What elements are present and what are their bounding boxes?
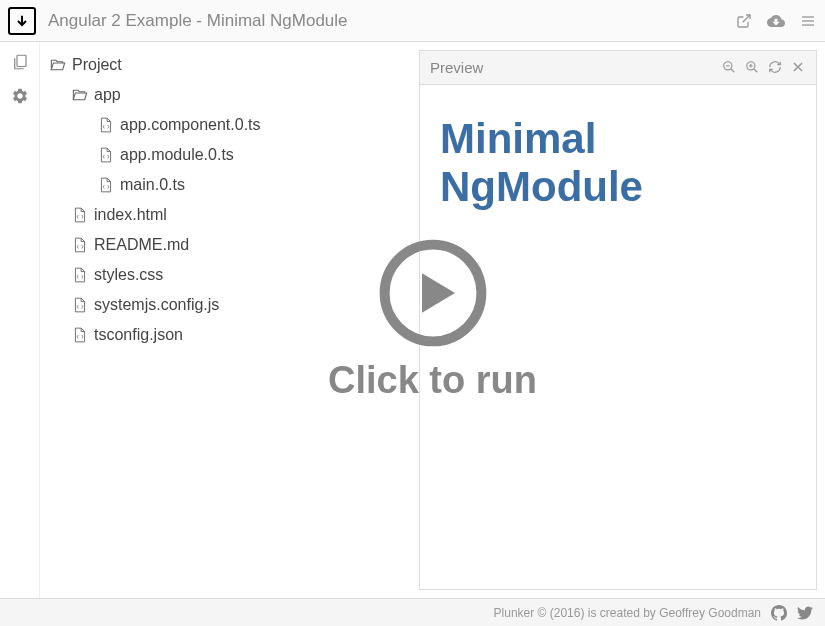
tree-label: app.module.0.ts	[120, 146, 234, 164]
svg-rect-4	[17, 55, 26, 66]
tree-file[interactable]: main.0.ts	[50, 170, 409, 200]
tree-label: systemjs.config.js	[94, 296, 219, 314]
toolbar-actions	[735, 12, 817, 30]
tree-label: main.0.ts	[120, 176, 185, 194]
play-button[interactable]	[378, 238, 488, 351]
tree-label: index.html	[94, 206, 167, 224]
tree-file[interactable]: styles.css	[50, 260, 409, 290]
file-tree: Project app app.component.0.tsapp.module…	[40, 42, 419, 598]
file-code-icon	[98, 147, 114, 163]
tree-label: app.component.0.ts	[120, 116, 261, 134]
tree-file[interactable]: app.module.0.ts	[50, 140, 409, 170]
footer: Plunker © (2016) is created by Geoffrey …	[0, 598, 825, 626]
folder-open-icon	[50, 57, 66, 73]
file-code-icon	[72, 297, 88, 313]
zoom-out-icon[interactable]	[722, 60, 737, 75]
close-icon[interactable]	[791, 60, 806, 75]
tree-file[interactable]: index.html	[50, 200, 409, 230]
tree-label: tsconfig.json	[94, 326, 183, 344]
preview-text-line2: NgModule	[440, 163, 643, 210]
svg-line-0	[743, 15, 750, 22]
file-code-icon	[72, 267, 88, 283]
tree-file[interactable]: systemjs.config.js	[50, 290, 409, 320]
files-icon[interactable]	[10, 52, 30, 72]
gear-icon[interactable]	[10, 86, 30, 106]
preview-actions	[722, 60, 806, 75]
preview-header: Preview	[420, 51, 816, 85]
tree-label: app	[94, 86, 121, 104]
svg-line-9	[754, 69, 758, 73]
file-code-icon	[72, 207, 88, 223]
file-code-icon	[98, 117, 114, 133]
tree-folder-app[interactable]: app	[50, 80, 409, 110]
menu-icon[interactable]	[799, 12, 817, 30]
tree-folder-root[interactable]: Project	[50, 50, 409, 80]
sidebar	[0, 42, 40, 598]
zoom-in-icon[interactable]	[745, 60, 760, 75]
svg-line-6	[731, 69, 735, 73]
plunker-logo[interactable]	[8, 7, 36, 35]
svg-marker-15	[422, 273, 455, 313]
twitter-icon[interactable]	[797, 605, 813, 621]
file-code-icon	[72, 327, 88, 343]
external-link-icon[interactable]	[735, 12, 753, 30]
preview-label: Preview	[430, 59, 722, 76]
github-icon[interactable]	[771, 605, 787, 621]
tree-label: styles.css	[94, 266, 163, 284]
toolbar: Angular 2 Example - Minimal NgModule	[0, 0, 825, 42]
page-title: Angular 2 Example - Minimal NgModule	[48, 11, 735, 31]
refresh-icon[interactable]	[768, 60, 783, 75]
cloud-download-icon[interactable]	[767, 12, 785, 30]
tree-label: README.md	[94, 236, 189, 254]
tree-label: Project	[72, 56, 122, 74]
folder-open-icon	[72, 87, 88, 103]
file-code-icon	[98, 177, 114, 193]
preview-heading: Minimal NgModule	[440, 115, 796, 212]
footer-text: Plunker © (2016) is created by Geoffrey …	[494, 606, 761, 620]
preview-text-line1: Minimal	[440, 115, 596, 162]
tree-file[interactable]: tsconfig.json	[50, 320, 409, 350]
tree-file[interactable]: app.component.0.ts	[50, 110, 409, 140]
tree-file[interactable]: README.md	[50, 230, 409, 260]
file-code-icon	[72, 237, 88, 253]
